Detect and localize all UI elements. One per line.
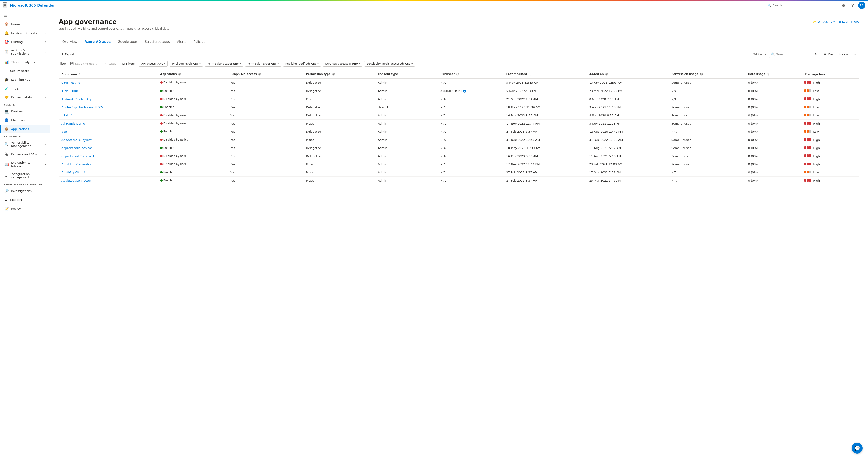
tab-alerts[interactable]: Alerts	[174, 37, 190, 46]
app-name-link[interactable]: AuditLogsConnector	[61, 179, 91, 182]
cell-app-name[interactable]: All Hands Demo	[59, 120, 158, 128]
cell-app-name[interactable]: Adobe Sign for Microsoft365	[59, 103, 158, 112]
col-added-on[interactable]: Added on ⓘ	[587, 70, 669, 79]
explorer-icon: 🗂	[4, 197, 8, 202]
cell-app-name[interactable]: 1-on-1 Hub	[59, 87, 158, 95]
cell-app-name[interactable]: AppAccessPolicyTest	[59, 136, 158, 144]
learn-more-button[interactable]: ⊞ Learn more	[838, 20, 859, 23]
sidebar-item-explorer[interactable]: 🗂 Explorer	[0, 195, 50, 204]
cell-app-name[interactable]: appadracarbTecnicas1	[59, 152, 158, 160]
tab-salesforce-apps[interactable]: Salesforce apps	[141, 37, 174, 46]
app-name-link[interactable]: alfalfa4	[61, 114, 72, 117]
chat-button[interactable]: 💬	[852, 443, 863, 454]
col-permission-type[interactable]: Permission type ⓘ	[303, 70, 375, 79]
app-name-link[interactable]: 1-on-1 Hub	[61, 89, 78, 93]
col-publisher[interactable]: Publisher ⓘ	[438, 70, 503, 79]
app-name-link[interactable]: appadracarbTecnicas	[61, 146, 92, 150]
cell-publisher: N/A	[438, 95, 503, 103]
app-name-link[interactable]: AadAuditPipelineApp	[61, 97, 92, 101]
sidebar-item-home[interactable]: 🏠 Home	[0, 20, 50, 29]
app-name-link[interactable]: Adobe Sign for Microsoft365	[61, 105, 103, 109]
col-last-modified[interactable]: Last modified ⓘ	[504, 70, 587, 79]
sort-group-button[interactable]: ⇅	[812, 51, 819, 57]
app-name-link[interactable]: 0365 Testing	[61, 81, 80, 84]
whats-new-button[interactable]: ✨ What's new	[813, 20, 835, 23]
filters-button[interactable]: ⊡ Filters	[120, 61, 137, 67]
sidebar-item-hunting[interactable]: 🎯 Hunting ▾	[0, 37, 50, 47]
sidebar-item-applications[interactable]: 📦 Applications	[0, 125, 50, 133]
app-name-link[interactable]: Audit Log Generator	[61, 162, 91, 166]
sidebar-item-vulnerability[interactable]: 🔍 Vulnerability management ▾	[0, 139, 50, 150]
save-query-button[interactable]: 💾 Save the query	[68, 61, 100, 67]
sidebar-item-trials[interactable]: 🧪 Trials	[0, 84, 50, 93]
table-row: AppAccessPolicyTest Disabled by policy Y…	[59, 136, 859, 144]
table-row: appadracarbTecnicas1 Disabled by user Ye…	[59, 152, 859, 160]
sidebar-item-config[interactable]: ⚙ Configuration management	[0, 170, 50, 181]
settings-button[interactable]: ⚙	[840, 2, 847, 9]
cell-app-name[interactable]: Audit Log Generator	[59, 160, 158, 169]
cell-app-name[interactable]: 0365 Testing	[59, 79, 158, 87]
col-privilege-level[interactable]: Privilege level	[802, 70, 859, 79]
sidebar-item-actions[interactable]: 📋 Actions & submissions ▾	[0, 47, 50, 58]
filter-publisher-verified[interactable]: Publisher verified: Any ▾	[283, 61, 321, 67]
tab-google-apps[interactable]: Google apps	[114, 37, 141, 46]
help-button[interactable]: ?	[849, 2, 856, 9]
avatar[interactable]: RS	[858, 2, 865, 9]
status-dot	[160, 179, 162, 182]
sidebar-item-learning-hub[interactable]: 🎓 Learning hub	[0, 75, 50, 84]
filter-sensitivity-labels[interactable]: Sensitivity labels accessed: Any ▾	[364, 61, 415, 67]
cell-app-name[interactable]: AadAuditPipelineApp	[59, 95, 158, 103]
filter-privilege-level[interactable]: Privilege level: Any ▾	[169, 61, 203, 67]
cell-added-on: 25 Mar 2021 3:49 AM	[587, 177, 669, 185]
col-permission-usage[interactable]: Permission usage ⓘ	[669, 70, 745, 79]
partners-icon: 🔌	[4, 152, 9, 156]
cell-app-name[interactable]: alfalfa4	[59, 112, 158, 120]
app-name-link[interactable]: appadracarbTecnicas1	[61, 154, 94, 158]
app-name-link[interactable]: AppAccessPolicyTest	[61, 138, 92, 142]
filter-permission-type-label: Permission type: Any	[248, 62, 277, 65]
cell-added-on: 23 Mar 2022 12:29 PM	[587, 87, 669, 95]
cell-publisher: N/A	[438, 160, 503, 169]
sidebar-collapse-button[interactable]: ☰	[0, 11, 50, 20]
col-app-status[interactable]: App status ⓘ	[158, 70, 228, 79]
filter-services-accessed[interactable]: Services accessed: Any ▾	[323, 61, 362, 67]
sidebar-item-partners-apis[interactable]: 🔌 Partners and APIs ▾	[0, 150, 50, 159]
sidebar-item-investigations[interactable]: 🔎 Investigations	[0, 187, 50, 195]
customize-columns-button[interactable]: ⊞ Customize columns	[822, 51, 859, 57]
sidebar-item-review[interactable]: 📝 Review	[0, 204, 50, 213]
cell-app-name[interactable]: app	[59, 128, 158, 136]
filter-api-access[interactable]: API access: Any ▾	[139, 61, 168, 67]
reset-button[interactable]: ↺ Reset	[101, 61, 118, 67]
filter-permission-usage[interactable]: Permission usage: Any ▾	[205, 61, 243, 67]
global-search-input[interactable]	[773, 4, 835, 7]
table-search-input[interactable]	[776, 53, 814, 56]
grid-menu-button[interactable]: ⊞	[3, 2, 7, 8]
cell-app-name[interactable]: AuditGapClientApp	[59, 169, 158, 177]
tab-policies[interactable]: Policies	[190, 37, 209, 46]
app-name-link[interactable]: All Hands Demo	[61, 122, 85, 125]
sparkle-icon: ✨	[813, 20, 816, 23]
col-data-usage[interactable]: Data usage ⓘ	[745, 70, 802, 79]
sidebar-item-identities[interactable]: 👤 Identities	[0, 116, 50, 125]
export-button[interactable]: ⬇ Export	[59, 51, 76, 57]
sidebar-item-secure-score[interactable]: 🛡 Secure score	[0, 66, 50, 75]
col-app-name[interactable]: App name ↑	[59, 70, 158, 79]
tab-azure-ad-apps[interactable]: Azure AD apps	[81, 37, 114, 46]
col-graph-api[interactable]: Graph API access ⓘ	[228, 70, 303, 79]
sidebar-item-evaluation[interactable]: 📖 Evaluation & tutorials ▾	[0, 159, 50, 170]
tab-overview[interactable]: Overview	[59, 37, 81, 46]
sidebar-item-threat-analytics[interactable]: 📊 Threat analytics	[0, 58, 50, 66]
app-name-link[interactable]: app	[61, 130, 67, 133]
cell-app-name[interactable]: appadracarbTecnicas	[59, 144, 158, 152]
privilege-bar	[804, 105, 811, 108]
sidebar-item-incidents[interactable]: 🔔 Incidents & alerts ▾	[0, 29, 50, 37]
col-consent-type[interactable]: Consent type ⓘ	[375, 70, 438, 79]
sidebar-item-partner[interactable]: 🤝 Partner catalog ▾	[0, 93, 50, 102]
app-name-link[interactable]: AuditGapClientApp	[61, 171, 89, 174]
cell-graph-api: Yes	[228, 177, 303, 185]
cell-app-name[interactable]: AuditLogsConnector	[59, 177, 158, 185]
sidebar-item-devices[interactable]: 💻 Devices	[0, 107, 50, 116]
privilege-bar	[804, 89, 811, 92]
cell-privilege-level: High	[802, 136, 859, 144]
filter-permission-type[interactable]: Permission type: Any ▾	[245, 61, 281, 67]
